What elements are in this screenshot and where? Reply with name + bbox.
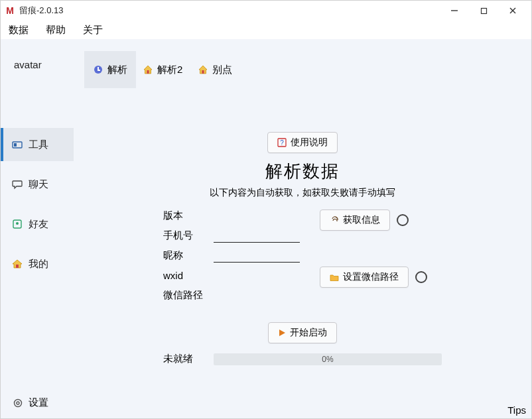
parse-icon (93, 64, 103, 75)
sidebar-item-tools[interactable]: 工具 (1, 128, 74, 161)
menu-about[interactable]: 关于 (79, 23, 107, 38)
friends-icon (11, 218, 23, 230)
start-button[interactable]: 开始启动 (268, 322, 337, 343)
label-wxid: wxid (163, 270, 214, 281)
close-icon (509, 7, 517, 15)
tips-label[interactable]: Tips (507, 404, 526, 416)
svg-rect-16 (147, 70, 149, 74)
menu-help[interactable]: 帮助 (42, 23, 70, 38)
svg-point-11 (17, 402, 19, 404)
window-controls (440, 1, 527, 20)
tab-label: 解析2 (157, 64, 182, 76)
usage-button-label: 使用说明 (291, 137, 328, 149)
sidebar-item-label: 我的 (29, 258, 48, 270)
minimize-icon (450, 7, 458, 15)
svg-point-10 (15, 399, 22, 406)
tab-label: 别点 (212, 64, 232, 76)
minimize-button[interactable] (440, 1, 469, 20)
sidebar-item-friends[interactable]: 好友 (1, 208, 74, 241)
chat-icon (11, 178, 23, 190)
menu-data[interactable]: 数据 (5, 23, 33, 38)
titlebar: M 留痕-2.0.13 (1, 1, 531, 21)
sidebar-item-mine[interactable]: 我的 (1, 247, 74, 280)
svg-rect-5 (14, 143, 17, 147)
label-nickname: 昵称 (163, 249, 214, 262)
content: 解析 解析2 别点 ? (74, 39, 531, 418)
client-area: avatar 工具 聊天 好友 (1, 39, 531, 418)
gear-icon (13, 398, 23, 408)
play-icon (278, 329, 286, 337)
set-path-button[interactable]: 设置微信路径 (320, 267, 409, 288)
tab-label: 解析 (107, 64, 127, 76)
close-button[interactable] (498, 1, 527, 20)
set-path-button-label: 设置微信路径 (343, 271, 399, 283)
svg-point-7 (16, 222, 19, 225)
get-info-button[interactable]: 获取信息 (320, 210, 390, 231)
svg-rect-14 (98, 70, 100, 71)
label-phone: 手机号 (163, 229, 214, 242)
form-right-column: 获取信息 设置微信路径 (320, 206, 427, 288)
usage-button[interactable]: ? 使用说明 (267, 132, 338, 153)
sidebar-item-label: 好友 (29, 218, 48, 231)
folder-icon (330, 272, 339, 282)
sidebar: avatar 工具 聊天 好友 (1, 39, 74, 418)
label-wechat-path: 微信路径 (163, 289, 214, 302)
panel-title: 解析数据 (265, 160, 340, 183)
tab-dont-click[interactable]: 别点 (189, 51, 241, 88)
sidebar-item-chat[interactable]: 聊天 (1, 168, 74, 201)
sidebar-item-label: 聊天 (29, 178, 48, 191)
form: 版本 手机号 昵称 wxid 微信路径 (163, 206, 442, 305)
sidebar-settings-label: 设置 (29, 396, 48, 409)
window-title: 留痕-2.0.13 (19, 5, 63, 17)
panel-subtitle: 以下内容为自动获取，如获取失败请手动填写 (210, 187, 395, 199)
home-icon (143, 64, 153, 75)
start-button-label: 开始启动 (290, 327, 327, 339)
svg-rect-1 (481, 8, 486, 13)
tools-icon (11, 139, 23, 150)
menubar: 数据 帮助 关于 (1, 21, 531, 39)
row-wechat-path: 微信路径 (163, 285, 442, 305)
help-icon: ? (277, 138, 287, 147)
home-icon (11, 258, 23, 270)
svg-text:?: ? (280, 139, 284, 147)
parse-panel: ? 使用说明 解析数据 以下内容为自动获取，如获取失败请手动填写 版本 手机号 (74, 132, 531, 365)
sidebar-item-settings[interactable]: 设置 (1, 396, 74, 409)
tab-parse[interactable]: 解析 (84, 51, 136, 88)
svg-marker-21 (279, 329, 285, 336)
main-row: avatar 工具 聊天 好友 (1, 39, 531, 418)
app-icon: M (5, 5, 15, 16)
status-label: 未就绪 (163, 353, 203, 365)
get-info-radio[interactable] (397, 214, 409, 226)
input-nickname[interactable] (214, 248, 300, 263)
svg-rect-18 (202, 70, 204, 74)
home-icon (198, 64, 208, 75)
progress-text: 0% (322, 355, 333, 364)
progress-bar: 0% (214, 353, 442, 365)
set-path-radio[interactable] (415, 271, 427, 283)
maximize-icon (480, 7, 488, 15)
maximize-button[interactable] (469, 1, 498, 20)
sidebar-item-label: 工具 (29, 139, 48, 151)
input-phone[interactable] (214, 228, 300, 243)
tab-parse2[interactable]: 解析2 (136, 51, 189, 88)
svg-rect-9 (16, 265, 19, 268)
get-info-button-label: 获取信息 (343, 214, 380, 226)
label-version: 版本 (163, 210, 214, 222)
avatar-label: avatar (1, 46, 74, 78)
fingerprint-icon (330, 215, 339, 225)
tabbar: 解析 解析2 别点 (84, 51, 241, 88)
progress-row: 未就绪 0% (163, 353, 442, 365)
